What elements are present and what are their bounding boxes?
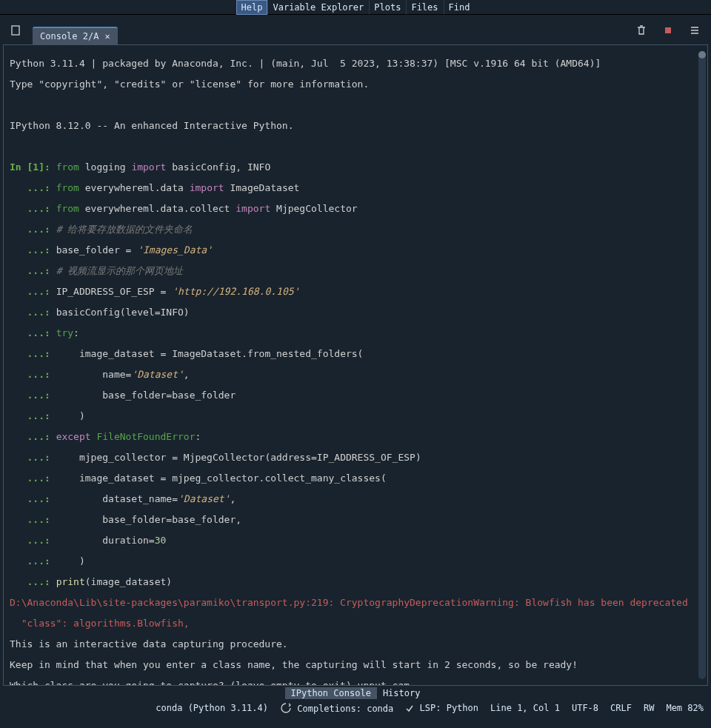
menu-find[interactable]: Find bbox=[444, 0, 475, 15]
menu-help[interactable]: Help bbox=[236, 0, 268, 15]
console-line: Keep in mind that when you enter a class… bbox=[10, 660, 690, 670]
new-file-icon bbox=[10, 24, 22, 36]
trash-icon bbox=[635, 24, 647, 36]
console-pane: Python 3.11.4 | packaged by Anaconda, In… bbox=[3, 44, 708, 686]
refresh-icon bbox=[280, 702, 292, 714]
console-line: "class": algorithms.Blowfish, bbox=[10, 618, 690, 629]
stop-icon bbox=[662, 24, 674, 36]
remove-console-button[interactable] bbox=[631, 20, 652, 41]
status-cursor-position[interactable]: Line 1, Col 1 bbox=[490, 703, 560, 713]
close-icon[interactable]: ✕ bbox=[104, 31, 110, 41]
bottom-tab-bar: IPython Console History bbox=[0, 686, 711, 701]
prompt-in: In [1]: bbox=[10, 161, 50, 173]
console-line: IPython 8.12.0 -- An enhanced Interactiv… bbox=[10, 121, 690, 131]
scrollbar[interactable] bbox=[698, 51, 706, 679]
console-line: This is an interactive data capturing pr… bbox=[10, 639, 690, 649]
menu-files[interactable]: Files bbox=[406, 0, 443, 15]
menu-variable-explorer[interactable]: Variable Explorer bbox=[267, 0, 369, 15]
svg-rect-0 bbox=[12, 26, 19, 35]
status-lsp[interactable]: LSP: Python bbox=[405, 703, 478, 713]
console-line: Type "copyright", "credits" or "license"… bbox=[10, 79, 690, 90]
tab-label: Console 2/A bbox=[40, 31, 99, 41]
status-encoding[interactable]: UTF-8 bbox=[572, 703, 598, 713]
menu-plots[interactable]: Plots bbox=[369, 0, 406, 15]
scrollbar-thumb[interactable] bbox=[698, 51, 706, 59]
new-console-button[interactable] bbox=[6, 20, 27, 41]
status-readwrite[interactable]: RW bbox=[644, 703, 654, 713]
hamburger-icon bbox=[689, 24, 701, 36]
status-bar: conda (Python 3.11.4) Completions: conda… bbox=[0, 701, 711, 715]
tab-bar: Console 2/A ✕ bbox=[0, 15, 711, 44]
main-menu-bar: Help Variable Explorer Plots Files Find bbox=[0, 0, 711, 15]
tab-ipython-console[interactable]: IPython Console bbox=[285, 687, 377, 699]
console-line: D:\Anaconda\Lib\site-packages\paramiko\t… bbox=[10, 598, 690, 608]
console-line: Python 3.11.4 | packaged by Anaconda, In… bbox=[10, 59, 690, 69]
check-icon bbox=[405, 704, 414, 713]
console-line: Which class are you going to capture? (l… bbox=[10, 681, 690, 685]
options-button[interactable] bbox=[684, 20, 705, 41]
status-memory[interactable]: Mem 82% bbox=[666, 703, 704, 713]
status-eol[interactable]: CRLF bbox=[610, 703, 632, 713]
tab-history[interactable]: History bbox=[377, 687, 427, 699]
console-tab[interactable]: Console 2/A ✕ bbox=[33, 27, 118, 44]
status-completions[interactable]: Completions: conda bbox=[280, 702, 393, 714]
svg-rect-1 bbox=[665, 27, 671, 33]
status-env[interactable]: conda (Python 3.11.4) bbox=[156, 703, 268, 713]
console-output[interactable]: Python 3.11.4 | packaged by Anaconda, In… bbox=[4, 45, 695, 685]
interrupt-kernel-button[interactable] bbox=[658, 20, 678, 41]
